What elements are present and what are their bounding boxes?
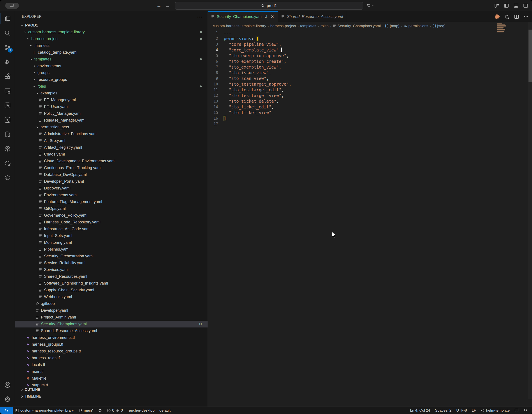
status-problems[interactable]: 00 — [104, 407, 125, 414]
tree-folder-examples[interactable]: examples — [15, 90, 208, 96]
tree-folder--harness[interactable]: .harness — [15, 42, 208, 49]
tree-file-harness-environments-tf[interactable]: harness_environments.tf — [15, 334, 208, 341]
activity-extensions[interactable] — [0, 69, 15, 84]
tree-file-harness-roles-tf[interactable]: harness_roles.tf — [15, 355, 208, 361]
nav-forward-button[interactable]: → — [165, 3, 171, 9]
outline-section-header[interactable]: OUTLINE — [15, 386, 208, 393]
tree-file-software-engineering-insights-yaml[interactable]: Software_Engineering_Insights.yaml — [15, 280, 208, 287]
toggle-secondary-sidebar-icon[interactable] — [523, 3, 529, 9]
tree-file-pipelines-yaml[interactable]: Pipelines.yaml — [15, 246, 208, 253]
tree-folder-templates[interactable]: templates — [15, 56, 208, 63]
breadcrumb-roles[interactable]: roles — [321, 24, 329, 28]
activity-terraform[interactable] — [0, 98, 15, 113]
toggle-primary-sidebar-icon[interactable] — [504, 3, 509, 9]
tab-security-champions-yaml[interactable]: Security_Champions.yamlU✕ — [208, 11, 278, 22]
status-remote-indicator[interactable] — [0, 407, 13, 414]
split-editor-icon[interactable] — [514, 14, 519, 19]
tree-folder-custom-harness-template-library[interactable]: custom-harness-template-library — [15, 29, 208, 36]
close-icon[interactable]: ✕ — [270, 14, 275, 19]
tree-file-service-reliability-yaml[interactable]: Service_Reliability.yaml — [15, 260, 208, 266]
tree-file-policy-manager-yaml[interactable]: Policy_Manager.yaml — [15, 110, 208, 117]
tree-folder-roles[interactable]: roles — [15, 83, 208, 90]
tree-file-harness-groups-tf[interactable]: harness_groups.tf — [15, 341, 208, 348]
tree-file-main-tf[interactable]: main.tf — [15, 368, 208, 375]
code-editor[interactable]: 1---2permissions: [3 "core_pipeline_view… — [208, 30, 532, 406]
tree-file-services-yaml[interactable]: Services.yaml — [15, 266, 208, 273]
tree-file-continuous-error-tracking-yaml[interactable]: Continuous_Error_Tracking.yaml — [15, 164, 208, 171]
tree-file--gitkeep[interactable]: .gitkeep — [15, 300, 208, 307]
breadcrumb-security-champions-yaml[interactable]: Security_Champions.yaml — [332, 24, 380, 28]
status-notifications[interactable] — [521, 407, 530, 414]
tree-file-administrative-functions-yaml[interactable]: Administrative_Functions.yaml — [15, 131, 208, 137]
status-eol[interactable]: LF — [469, 407, 478, 414]
tree-file-input-sets-yaml[interactable]: Input_Sets.yaml — [15, 232, 208, 239]
tree-file-catalog-template-yaml[interactable]: !catalog_template.yaml — [15, 49, 208, 56]
status-kube-context[interactable]: default — [157, 407, 173, 414]
tree-file-monitoring-yaml[interactable]: Monitoring.yaml — [15, 239, 208, 246]
status-rancher-context[interactable]: rancher-desktop — [125, 407, 157, 414]
screen-share-pill-button[interactable] — [5, 3, 19, 9]
extension-starburst-icon[interactable] — [494, 14, 500, 19]
activity-infra-tools[interactable] — [0, 127, 15, 142]
tree-file-release-manager-yaml[interactable]: Release_Manager.yaml — [15, 117, 208, 124]
status-encoding[interactable]: UTF-8 — [454, 407, 469, 414]
scrollbar-thumb[interactable] — [529, 29, 532, 82]
tree-file-governance-policy-yaml[interactable]: Governance_Policy.yaml — [15, 212, 208, 219]
activity-containers[interactable] — [0, 170, 15, 185]
tree-folder-environments[interactable]: environments — [15, 63, 208, 69]
breadcrumb-templates[interactable]: templates — [300, 24, 316, 28]
activity-run-and-debug[interactable] — [0, 55, 15, 69]
activity-source-control[interactable]: 1 — [0, 40, 15, 55]
customize-layout-icon[interactable] — [494, 3, 500, 9]
activity-terraform-cloud[interactable] — [0, 113, 15, 127]
tree-file-developer-portal-yaml[interactable]: Developer_Portal.yaml — [15, 178, 208, 185]
tree-folder-groups[interactable]: groups — [15, 69, 208, 76]
tree-file-chaos-yaml[interactable]: Chaos.yaml — [15, 151, 208, 158]
tree-file-ff-manager-yaml[interactable]: FF_Manager.yaml — [15, 96, 208, 103]
tree-file-makefile[interactable]: MMakefile — [15, 375, 208, 382]
tree-file-discovery-yaml[interactable]: Discovery.yaml — [15, 185, 208, 192]
activity-explorer[interactable] — [0, 11, 15, 26]
breadcrumb-permissions[interactable]: permissions — [403, 24, 428, 28]
compare-changes-icon[interactable] — [504, 14, 510, 19]
status-sync[interactable] — [96, 407, 104, 414]
status-repo[interactable]: custom-harness-template-library — [13, 407, 76, 414]
tree-file-artifact-registry-yaml[interactable]: Artifact_Registry.yaml — [15, 144, 208, 151]
status-language-mode[interactable]: helm-template — [478, 407, 512, 414]
sync-dropdown-button[interactable] — [366, 3, 374, 8]
tree-folder-resource-groups[interactable]: resource_groups — [15, 76, 208, 83]
timeline-section-header[interactable]: TIMELINE — [15, 393, 208, 400]
breadcrumb-custom-harness-template-library[interactable]: custom-harness-template-library — [213, 24, 266, 28]
breadcrumb--seq-[interactable]: [seq] — [432, 24, 445, 28]
tab-shared-resource-access-yaml[interactable]: Shared_Resource_Access.yaml — [278, 11, 346, 22]
tree-folder-harness-project[interactable]: harness-project — [15, 36, 208, 42]
tree-file-locals-tf[interactable]: locals.tf — [15, 361, 208, 368]
status-branch[interactable]: main* — [76, 407, 96, 414]
status-indentation[interactable]: Spaces: 2 — [433, 407, 454, 414]
activity-remote-explorer[interactable] — [0, 84, 15, 98]
tree-file-feature-flag-management-yaml[interactable]: Feature_Flag_Management.yaml — [15, 198, 208, 205]
activity-accounts[interactable] — [0, 378, 15, 392]
tree-file-shared-resources-yaml[interactable]: Shared_Resources.yaml — [15, 273, 208, 280]
tree-file-security-orchestration-yaml[interactable]: Security_Orchestration.yaml — [15, 253, 208, 260]
activity-cloud-tool[interactable] — [0, 156, 15, 170]
activity-kubernetes[interactable] — [0, 142, 15, 156]
tree-file-developer-yaml[interactable]: Developer.yaml — [15, 307, 208, 314]
more-actions-icon[interactable] — [523, 14, 529, 19]
tree-file-supply-chain-security-yaml[interactable]: Supply_Chain_Security.yaml — [15, 287, 208, 294]
tree-folder-permission-sets[interactable]: permission_sets — [15, 124, 208, 131]
activity-search[interactable] — [0, 26, 15, 40]
breadcrumb-harness-project[interactable]: harness-project — [270, 24, 296, 28]
tree-file-harness-resource-groups-tf[interactable]: harness_resource_groups.tf — [15, 348, 208, 355]
tree-file-project-admin-yaml[interactable]: Project_Admin.yaml — [15, 314, 208, 321]
tree-file-harness-code-repository-yaml[interactable]: Harness_Code_Repository.yaml — [15, 219, 208, 226]
nav-back-button[interactable]: ← — [156, 3, 162, 9]
tree-file-infrastruce-as-code-yaml[interactable]: Infrastruce_As_Code.yaml — [15, 226, 208, 232]
status-feedback[interactable] — [512, 407, 521, 414]
tree-file-ff-user-yaml[interactable]: FF_User.yaml — [15, 103, 208, 110]
tree-file-security-champions-yaml[interactable]: Security_Champions.yamlU — [15, 321, 208, 327]
toggle-panel-icon[interactable] — [513, 3, 519, 9]
breadcrumb--map-[interactable]: {map} — [385, 24, 399, 28]
sidebar-more-actions-icon[interactable]: ··· — [197, 14, 203, 19]
tree-file-database-devops-yaml[interactable]: Database_DevOps.yaml — [15, 171, 208, 178]
